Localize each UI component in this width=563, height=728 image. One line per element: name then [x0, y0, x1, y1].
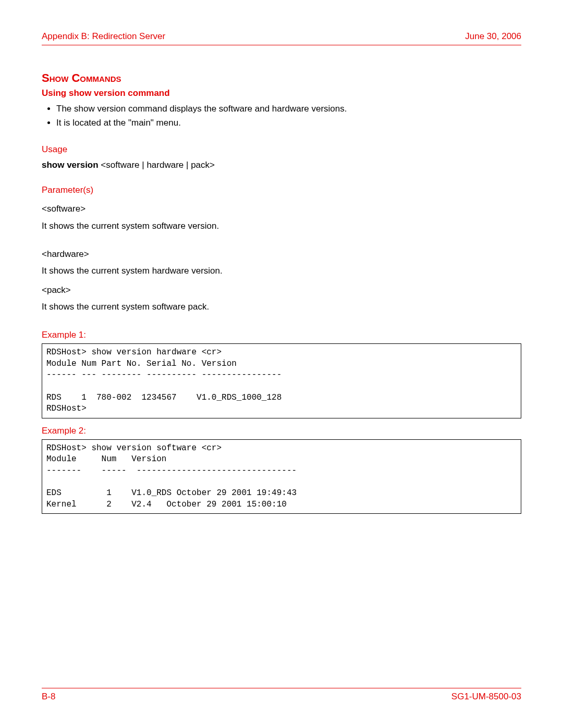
parameter-name: <hardware>	[42, 246, 521, 263]
header-left: Appendix B: Redirection Server	[42, 31, 165, 42]
bullet-list: The show version command displays the so…	[56, 102, 521, 130]
page-footer: B-8 SG1-UM-8500-03	[42, 688, 521, 702]
header-date: June 30, 2006	[465, 31, 521, 42]
example-2-code: RDSHost> show version software <cr> Modu…	[42, 439, 521, 514]
parameter-item: <software> It shows the current system s…	[42, 201, 521, 235]
usage-command-rest: <software | hardware | pack>	[99, 160, 215, 170]
parameter-desc: It shows the current system software pac…	[42, 299, 521, 315]
footer-page-number: B-8	[42, 692, 55, 702]
parameter-item: <pack> It shows the current system softw…	[42, 282, 521, 316]
parameter-desc: It shows the current system software ver…	[42, 218, 521, 235]
document-page: Appendix B: Redirection Server June 30, …	[0, 0, 563, 728]
parameters-label: Parameter(s)	[42, 185, 521, 195]
example-1-code: RDSHost> show version hardware <cr> Modu…	[42, 343, 521, 418]
example-1-label: Example 1:	[42, 330, 521, 340]
usage-label: Usage	[42, 144, 521, 155]
bullet-item: The show version command displays the so…	[56, 102, 521, 116]
footer-doc-id: SG1-UM-8500-03	[451, 692, 521, 702]
usage-line: show version <software | hardware | pack…	[42, 160, 521, 170]
section-heading: Show Commands	[42, 71, 521, 85]
parameter-name: <software>	[42, 201, 521, 217]
parameter-name: <pack>	[42, 282, 521, 299]
parameter-item: <hardware> It shows the current system h…	[42, 246, 521, 280]
parameter-desc: It shows the current system hardware ver…	[42, 263, 521, 279]
bullet-item: It is located at the "main" menu.	[56, 116, 521, 130]
usage-command-bold: show version	[42, 160, 99, 170]
page-header: Appendix B: Redirection Server June 30, …	[42, 31, 521, 45]
example-2-label: Example 2:	[42, 426, 521, 436]
subheading: Using show version command	[42, 88, 521, 98]
